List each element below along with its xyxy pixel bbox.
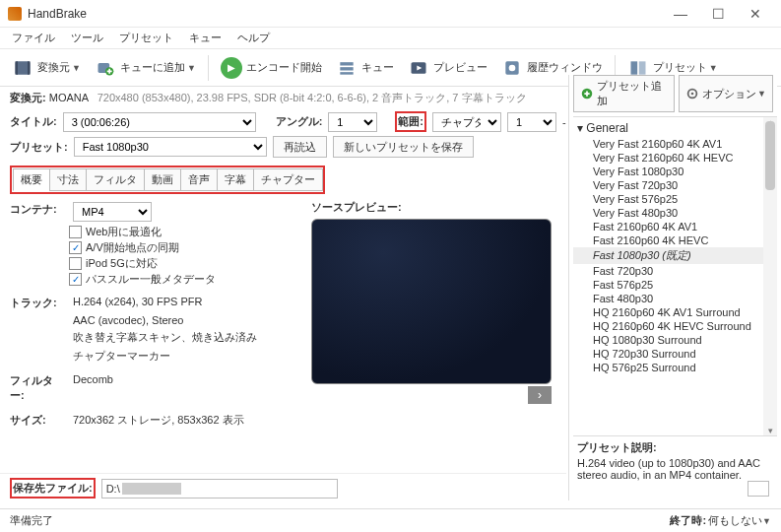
preset-item[interactable]: HQ 576p25 Surround bbox=[573, 361, 777, 374]
checkbox-unchecked-icon bbox=[69, 257, 82, 270]
preset-item-selected[interactable]: Fast 1080p30 (既定) bbox=[573, 247, 777, 264]
preset-item[interactable]: HQ 2160p60 4K HEVC Surround bbox=[573, 319, 777, 333]
toolbar-queue-label: キュー bbox=[361, 60, 394, 75]
tab-chapters[interactable]: チャプター bbox=[253, 168, 323, 191]
menu-presets[interactable]: プリセット bbox=[113, 29, 179, 47]
preset-item[interactable]: Fast 720p30 bbox=[573, 264, 777, 278]
toolbar-start[interactable]: ▶ エンコード開始 bbox=[215, 54, 328, 82]
title-select[interactable]: 3 (00:06:26) bbox=[63, 112, 256, 132]
size-label: サイズ: bbox=[10, 413, 65, 428]
minimize-button[interactable]: — bbox=[663, 2, 698, 26]
preset-item[interactable]: HQ 720p30 Surround bbox=[573, 347, 777, 361]
toolbar-add-queue-label: キューに追加 bbox=[120, 60, 185, 75]
toolbar-preset-label: プリセット bbox=[653, 60, 707, 75]
ipod-row[interactable]: iPod 5Gに対応 bbox=[10, 256, 297, 271]
source-label: 変換元: bbox=[10, 92, 46, 103]
preview-label: ソースプレビュー: bbox=[311, 200, 552, 215]
preset-item[interactable]: Fast 2160p60 4K HEVC bbox=[573, 233, 777, 247]
titlebar: HandBrake — ☐ ✕ bbox=[0, 0, 781, 28]
preset-item[interactable]: HQ 1080p30 Surround bbox=[573, 333, 777, 347]
toolbar-source[interactable]: 変換元▼ bbox=[6, 54, 87, 82]
toolbar-queue[interactable]: キュー bbox=[330, 54, 400, 82]
range-type-select[interactable]: チャプター bbox=[432, 112, 501, 132]
angle-select[interactable]: 1 bbox=[328, 112, 377, 132]
status-text: 準備完了 bbox=[10, 513, 53, 528]
save-path-input[interactable]: D:\ bbox=[101, 479, 338, 499]
range-from-select[interactable]: 1 bbox=[507, 112, 556, 132]
preset-item[interactable]: Very Fast 2160p60 4K AV1 bbox=[573, 137, 777, 151]
preset-item[interactable]: Fast 2160p60 4K AV1 bbox=[573, 220, 777, 233]
chevron-down-icon: ▼ bbox=[72, 63, 81, 73]
passthru-row[interactable]: ✓パススルー一般メタデータ bbox=[10, 272, 297, 287]
preset-add-button[interactable]: プリセット追加 bbox=[573, 75, 675, 112]
av-sync-row[interactable]: ✓A/V開始地点の同期 bbox=[10, 240, 297, 255]
svg-rect-7 bbox=[340, 72, 353, 75]
save-preset-button[interactable]: 新しいプリセットを保存 bbox=[333, 136, 474, 158]
tab-dimensions[interactable]: 寸法 bbox=[49, 168, 87, 191]
track-2: AAC (avcodec), Stereo bbox=[73, 314, 184, 326]
menu-queue[interactable]: キュー bbox=[183, 29, 228, 47]
preset-item[interactable]: Very Fast 576p25 bbox=[573, 192, 777, 206]
menu-tools[interactable]: ツール bbox=[65, 29, 109, 47]
title-label: タイトル: bbox=[10, 114, 57, 129]
add-queue-icon bbox=[95, 57, 116, 79]
scroll-down-icon[interactable]: ▾ bbox=[765, 426, 775, 435]
preset-group-general[interactable]: ▾ General bbox=[573, 119, 777, 137]
preset-desc-text: H.264 video (up to 1080p30) and AAC ster… bbox=[577, 457, 773, 481]
svg-point-11 bbox=[509, 64, 516, 71]
tab-audio[interactable]: 音声 bbox=[180, 168, 218, 191]
menubar: ファイル ツール プリセット キュー ヘルプ bbox=[0, 28, 781, 49]
reload-button[interactable]: 再読込 bbox=[273, 136, 327, 158]
svg-rect-5 bbox=[340, 62, 353, 65]
window-title: HandBrake bbox=[28, 7, 663, 21]
toolbar-preview-label: プレビュー bbox=[433, 60, 488, 75]
svg-rect-1 bbox=[16, 61, 19, 74]
range-dash: - bbox=[562, 116, 566, 128]
preset-item[interactable]: Very Fast 1080p30 bbox=[573, 165, 777, 178]
tab-filters[interactable]: フィルタ bbox=[86, 168, 145, 191]
scroll-thumb[interactable] bbox=[765, 121, 775, 190]
preset-item[interactable]: HQ 2160p60 4K AV1 Surround bbox=[573, 305, 777, 319]
summary-panel: コンテナ: MP4 Web用に最適化 ✓A/V開始地点の同期 iPod 5Gに対… bbox=[10, 200, 297, 430]
toolbar-preview[interactable]: プレビュー bbox=[402, 54, 493, 82]
preset-label: プリセット: bbox=[10, 140, 68, 155]
preview-next-button[interactable]: › bbox=[528, 386, 552, 404]
preset-item[interactable]: Fast 576p25 bbox=[573, 278, 777, 292]
toolbar-add-queue[interactable]: キューに追加▼ bbox=[89, 54, 202, 82]
angle-label: アングル: bbox=[276, 114, 323, 129]
resize-grip[interactable] bbox=[748, 481, 769, 497]
web-opt-row[interactable]: Web用に最適化 bbox=[10, 225, 297, 239]
tabs-highlight: 概要 寸法 フィルタ 動画 音声 字幕 チャプター bbox=[10, 166, 325, 194]
preset-item[interactable]: Very Fast 480p30 bbox=[573, 206, 777, 220]
preset-item[interactable]: Very Fast 720p30 bbox=[573, 178, 777, 192]
preset-options-button[interactable]: オプション▼ bbox=[679, 75, 773, 112]
film-icon bbox=[12, 57, 33, 79]
preview-panel: ソースプレビュー: › bbox=[311, 200, 552, 430]
filter-value: Decomb bbox=[73, 373, 113, 403]
scrollbar[interactable]: ▴ ▾ bbox=[763, 117, 777, 435]
web-opt-label: Web用に最適化 bbox=[86, 225, 162, 239]
toolbar-start-label: エンコード開始 bbox=[246, 60, 322, 75]
size-value: 720x362 ストレージ, 853x362 表示 bbox=[73, 413, 244, 428]
container-label: コンテナ: bbox=[10, 202, 65, 222]
checkbox-unchecked-icon bbox=[69, 226, 82, 238]
preset-select[interactable]: Fast 1080p30 bbox=[74, 137, 267, 157]
menu-file[interactable]: ファイル bbox=[6, 29, 61, 47]
checkbox-checked-icon: ✓ bbox=[69, 273, 82, 286]
tab-video[interactable]: 動画 bbox=[144, 168, 181, 191]
preset-item[interactable]: Very Fast 2160p60 4K HEVC bbox=[573, 151, 777, 165]
tab-subtitles[interactable]: 字幕 bbox=[217, 168, 254, 191]
menu-help[interactable]: ヘルプ bbox=[231, 29, 276, 47]
range-label: 範囲: bbox=[398, 115, 423, 127]
tab-summary[interactable]: 概要 bbox=[13, 168, 50, 191]
preset-tree[interactable]: ▾ General Very Fast 2160p60 4K AV1 Very … bbox=[573, 116, 777, 436]
maximize-button[interactable]: ☐ bbox=[700, 2, 736, 26]
tabs: 概要 寸法 フィルタ 動画 音声 字幕 チャプター bbox=[13, 168, 322, 191]
app-icon bbox=[8, 7, 22, 21]
when-done-label: 終了時: bbox=[670, 513, 706, 528]
svg-rect-6 bbox=[340, 67, 353, 70]
chevron-down-icon[interactable]: ▼ bbox=[762, 516, 771, 526]
container-select[interactable]: MP4 bbox=[73, 202, 152, 222]
close-button[interactable]: ✕ bbox=[738, 2, 773, 26]
preset-item[interactable]: Fast 480p30 bbox=[573, 292, 777, 305]
